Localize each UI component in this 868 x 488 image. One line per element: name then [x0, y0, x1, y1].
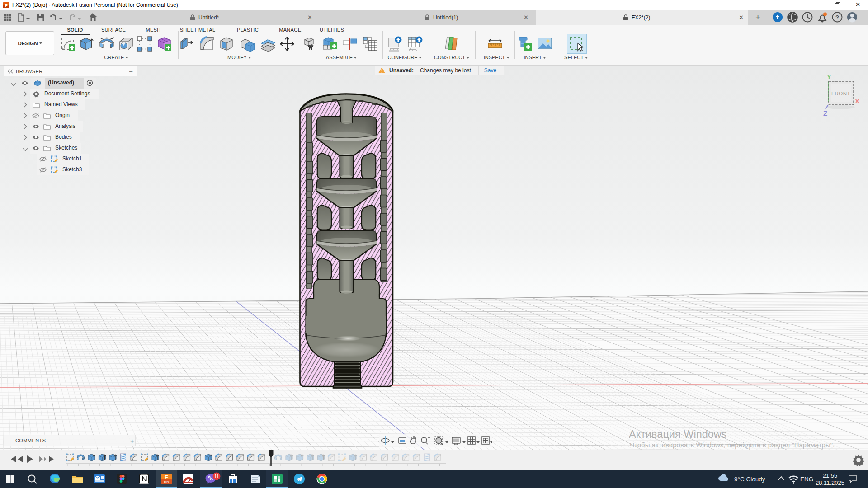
svg-text:21:55: 21:55 — [823, 472, 838, 479]
svg-text:F: F — [165, 474, 168, 481]
svg-text:?: ? — [835, 14, 839, 21]
svg-text:X: X — [855, 97, 859, 105]
svg-text:28.11.2025: 28.11.2025 — [816, 479, 844, 486]
svg-text:ENG: ENG — [800, 476, 813, 483]
svg-text:FUS: FUS — [164, 481, 169, 483]
svg-text:Z: Z — [823, 109, 827, 117]
svg-text:11: 11 — [214, 474, 219, 479]
svg-text:Y: Y — [827, 73, 831, 80]
svg-text:9°C Cloudy: 9°C Cloudy — [734, 476, 765, 483]
svg-text:FRONT: FRONT — [831, 91, 850, 96]
svg-text:F: F — [5, 3, 8, 8]
